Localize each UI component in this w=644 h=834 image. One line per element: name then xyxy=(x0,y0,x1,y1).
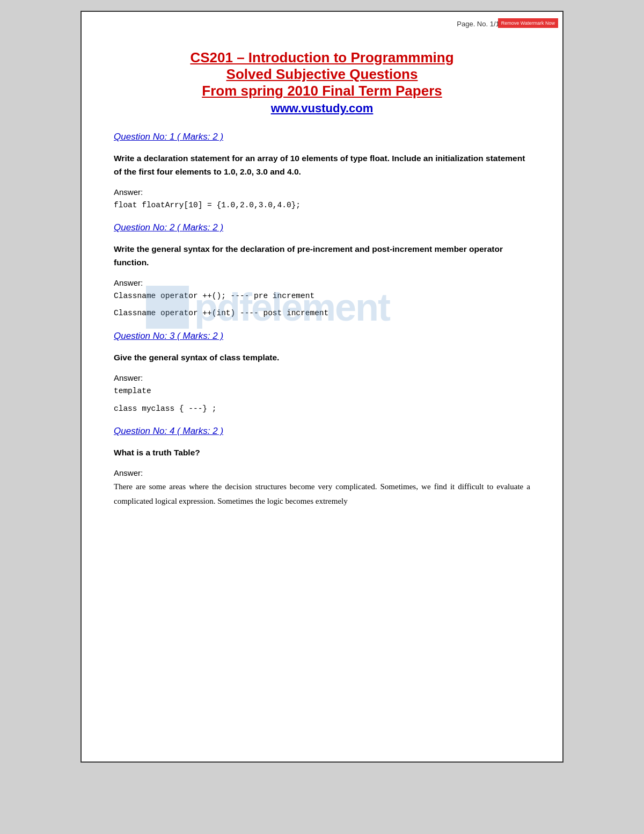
answer-3-line1: template xyxy=(114,385,530,398)
page-container: Page. No. 1/15 Remove Watermark Now CS20… xyxy=(80,11,564,763)
answer-2-line1: Classname operator ++(); ---- pre increm… xyxy=(114,289,530,303)
question-3-answer: Answer: template class myclass { ---} ; xyxy=(114,373,530,415)
question-1-section: Question No: 1 ( Marks: 2 ) Write a decl… xyxy=(114,132,530,212)
question-3-header: Question No: 3 ( Marks: 2 ) xyxy=(114,331,530,342)
question-3-text: Give the general syntax of class templat… xyxy=(114,351,530,365)
remove-watermark-button[interactable]: Remove Watermark Now xyxy=(498,18,558,28)
question-1-text: Write a declaration statement for an arr… xyxy=(114,152,530,179)
question-1-answer: Answer: float floatArry[10] = {1.0,2.0,3… xyxy=(114,187,530,212)
question-4-section: Question No: 4 ( Marks: 2 ) What is a tr… xyxy=(114,426,530,509)
title-line1: CS201 – Introduction to Programmming xyxy=(114,49,530,66)
question-4-text: What is a truth Table? xyxy=(114,446,530,460)
title-line2: Solved Subjective Questions xyxy=(114,66,530,83)
answer-3-line2: class myclass { ---} ; xyxy=(114,402,530,416)
answer-4-label: Answer: xyxy=(114,468,530,477)
answer-2-label: Answer: xyxy=(114,278,530,287)
document-header: CS201 – Introduction to Programmming Sol… xyxy=(114,49,530,115)
answer-4-body: There are some areas where the decision … xyxy=(114,480,530,509)
answer-3-label: Answer: xyxy=(114,373,530,382)
question-2-section: Question No: 2 ( Marks: 2 ) pdfelement W… xyxy=(114,222,530,320)
question-2-header: Question No: 2 ( Marks: 2 ) xyxy=(114,222,530,233)
answer-2-line2: Classname operator ++(int) ---- post inc… xyxy=(114,307,530,320)
question-4-answer: Answer: There are some areas where the d… xyxy=(114,468,530,509)
title-line3: From spring 2010 Final Term Papers xyxy=(114,83,530,99)
answer-1-label: Answer: xyxy=(114,187,530,197)
question-2-answer: Answer: Classname operator ++(); ---- pr… xyxy=(114,278,530,320)
question-3-section: Question No: 3 ( Marks: 2 ) Give the gen… xyxy=(114,331,530,415)
question-2-text: Write the general syntax for the declara… xyxy=(114,243,530,270)
question-4-header: Question No: 4 ( Marks: 2 ) xyxy=(114,426,530,437)
answer-1-code: float floatArry[10] = {1.0,2.0,3.0,4.0}; xyxy=(114,199,530,212)
website-link[interactable]: www.vustudy.com xyxy=(114,101,530,115)
question-1-header: Question No: 1 ( Marks: 2 ) xyxy=(114,132,530,142)
page-number: Page. No. 1/15 xyxy=(457,20,503,28)
